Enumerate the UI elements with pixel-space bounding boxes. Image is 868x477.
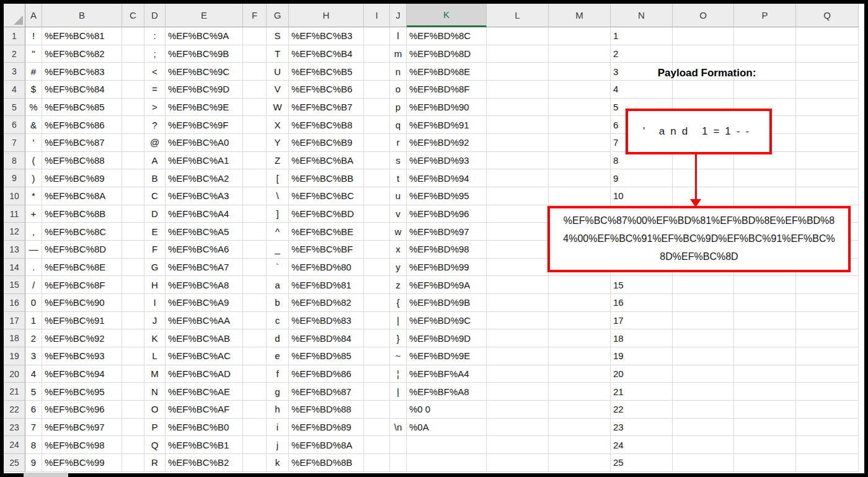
cell-C13[interactable] [122, 241, 144, 259]
cell-M24[interactable] [549, 436, 611, 454]
cell-F21[interactable] [243, 383, 267, 401]
cell-A25[interactable]: 9 [25, 454, 42, 472]
cell-P18[interactable] [734, 329, 796, 347]
cell-L2[interactable] [487, 45, 549, 63]
cell-L20[interactable] [487, 365, 549, 383]
cell-D21[interactable]: N [144, 383, 166, 401]
cell-C10[interactable] [122, 187, 144, 205]
cell-K17[interactable]: %EF%BD%9C [407, 312, 487, 330]
cell-F2[interactable] [243, 45, 267, 63]
cell-H11[interactable]: %EF%BC%BD [289, 205, 364, 223]
cell-F3[interactable] [243, 63, 267, 81]
cell-J12[interactable]: w [390, 223, 407, 241]
cell-I11[interactable] [364, 205, 390, 223]
cell-J16[interactable]: { [390, 294, 407, 312]
row-header-22[interactable]: 22 [4, 401, 25, 419]
cell-P25[interactable] [734, 454, 796, 472]
cell-K18[interactable]: %EF%BD%9D [407, 329, 487, 347]
cell-B10[interactable]: %EF%BC%8A [42, 187, 122, 205]
row-header-12[interactable]: 12 [4, 223, 25, 241]
cell-E22[interactable]: %EF%BC%AF [166, 401, 243, 419]
cell-I17[interactable] [364, 312, 390, 330]
cell-G13[interactable]: _ [267, 241, 289, 259]
cell-N23[interactable]: 23 [611, 419, 673, 437]
cell-B20[interactable]: %EF%BC%94 [42, 365, 122, 383]
cell-P23[interactable] [734, 419, 796, 437]
cell-I15[interactable] [364, 276, 390, 294]
cell-Q23[interactable] [796, 419, 859, 437]
cell-M22[interactable] [549, 401, 611, 419]
row-header-11[interactable]: 11 [4, 205, 25, 223]
cell-L24[interactable] [487, 436, 549, 454]
cell-I16[interactable] [364, 294, 390, 312]
cell-E20[interactable]: %EF%BC%AD [166, 365, 243, 383]
cell-F13[interactable] [243, 241, 267, 259]
cell-F11[interactable] [243, 205, 267, 223]
cell-G23[interactable]: i [267, 419, 289, 437]
cell-L1[interactable] [487, 27, 549, 45]
cell-A22[interactable]: 6 [25, 401, 42, 419]
cell-F22[interactable] [243, 401, 267, 419]
cell-E2[interactable]: %EF%BC%9B [166, 45, 243, 63]
cell-H21[interactable]: %EF%BD%87 [289, 383, 364, 401]
cell-Q25[interactable] [796, 454, 859, 472]
cell-A16[interactable]: 0 [25, 294, 42, 312]
cell-Q1[interactable] [796, 27, 859, 45]
column-header-J[interactable]: J [390, 4, 407, 27]
cell-G15[interactable]: a [267, 276, 289, 294]
cell-P20[interactable] [734, 365, 796, 383]
cell-B4[interactable]: %EF%BC%84 [42, 81, 122, 99]
column-header-A[interactable]: A [25, 4, 42, 27]
cell-C18[interactable] [122, 329, 144, 347]
row-header-6[interactable]: 6 [4, 116, 25, 134]
cell-H24[interactable]: %EF%BD%8A [289, 436, 364, 454]
cell-F18[interactable] [243, 329, 267, 347]
column-header-Q[interactable]: Q [796, 4, 859, 27]
cell-N20[interactable]: 20 [611, 365, 673, 383]
cell-B14[interactable]: %EF%BC%8E [42, 259, 122, 277]
cell-B12[interactable]: %EF%BC%8C [42, 223, 122, 241]
row-header-20[interactable]: 20 [4, 365, 25, 383]
cell-E14[interactable]: %EF%BC%A7 [166, 259, 243, 277]
cell-L19[interactable] [487, 347, 549, 365]
cell-J17[interactable]: | [390, 312, 407, 330]
cell-J13[interactable]: x [390, 241, 407, 259]
cell-B7[interactable]: %EF%BC%87 [42, 134, 122, 152]
cell-I25[interactable] [364, 454, 390, 472]
cell-L16[interactable] [487, 294, 549, 312]
cell-G8[interactable]: Z [267, 152, 289, 170]
cell-O2[interactable] [673, 45, 734, 63]
cell-K1[interactable]: %EF%BD%8C [407, 27, 487, 45]
cell-M5[interactable] [549, 99, 611, 117]
column-header-H[interactable]: H [289, 4, 364, 27]
cell-C21[interactable] [122, 383, 144, 401]
cell-I7[interactable] [364, 134, 390, 152]
cell-D9[interactable]: B [144, 169, 166, 187]
cell-C23[interactable] [122, 419, 144, 437]
cell-F19[interactable] [243, 347, 267, 365]
cell-F17[interactable] [243, 312, 267, 330]
cell-J8[interactable]: s [390, 152, 407, 170]
cell-J21[interactable]: | [390, 383, 407, 401]
cell-D19[interactable]: L [144, 347, 166, 365]
cell-D10[interactable]: C [144, 187, 166, 205]
cell-H2[interactable]: %EF%BC%B4 [289, 45, 364, 63]
cell-K8[interactable]: %EF%BD%93 [407, 152, 487, 170]
cell-H8[interactable]: %EF%BC%BA [289, 152, 364, 170]
cell-L22[interactable] [487, 401, 549, 419]
cell-B24[interactable]: %EF%BC%98 [42, 436, 122, 454]
row-header-7[interactable]: 7 [4, 134, 25, 152]
cell-Q21[interactable] [796, 383, 859, 401]
cell-L25[interactable] [487, 454, 549, 472]
row-header-9[interactable]: 9 [4, 169, 25, 187]
cell-G20[interactable]: f [267, 365, 289, 383]
cell-L21[interactable] [487, 383, 549, 401]
cell-J5[interactable]: p [390, 99, 407, 117]
row-header-17[interactable]: 17 [4, 312, 25, 330]
row-header-8[interactable]: 8 [4, 152, 25, 170]
row-header-15[interactable]: 15 [4, 276, 25, 294]
cell-K25[interactable] [407, 454, 487, 472]
cell-G24[interactable]: j [267, 436, 289, 454]
cell-M7[interactable] [549, 134, 611, 152]
cell-C17[interactable] [122, 312, 144, 330]
